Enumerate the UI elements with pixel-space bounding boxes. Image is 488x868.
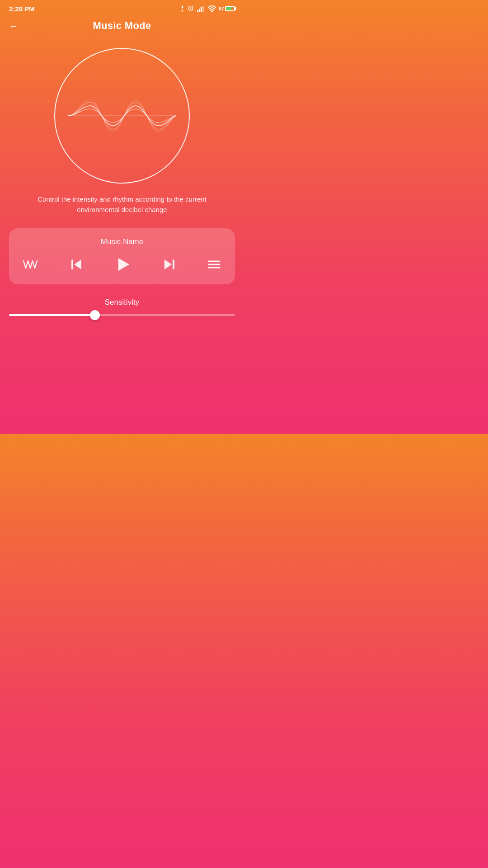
player-controls — [23, 255, 221, 274]
description-text: Control the intensity and rhythm accordi… — [0, 194, 244, 215]
playlist-button[interactable] — [207, 257, 221, 272]
waveform-container — [54, 48, 190, 184]
status-icons: 67 — [179, 5, 235, 13]
equalizer-button[interactable] — [23, 256, 39, 273]
waveform-circle — [54, 48, 190, 184]
svg-marker-9 — [118, 258, 129, 271]
svg-point-5 — [211, 11, 212, 12]
next-button[interactable] — [162, 257, 177, 272]
battery-percentage: 67 — [219, 6, 224, 11]
wifi-icon — [208, 5, 216, 12]
status-bar: 2:20 PM 67 — [0, 0, 244, 15]
waveform-visualization — [68, 93, 176, 138]
svg-marker-7 — [74, 259, 81, 269]
sensitivity-section: Sensitivity — [9, 298, 235, 316]
alarm-icon — [187, 5, 194, 12]
signal-icon — [197, 5, 205, 12]
battery-outline — [225, 6, 235, 11]
status-time: 2:20 PM — [9, 5, 35, 13]
sensitivity-slider-container[interactable] — [9, 314, 235, 316]
back-button[interactable]: ← — [9, 21, 18, 31]
svg-rect-11 — [173, 259, 174, 269]
play-button[interactable] — [114, 255, 132, 274]
battery-fill — [226, 7, 231, 10]
bluetooth-icon — [179, 5, 184, 13]
music-name: Music Name — [23, 237, 221, 246]
previous-button[interactable] — [69, 257, 84, 272]
sensitivity-label: Sensitivity — [9, 298, 235, 307]
svg-rect-4 — [202, 6, 204, 12]
svg-marker-10 — [164, 259, 172, 269]
svg-rect-1 — [197, 10, 198, 12]
battery-indicator: 67 — [219, 6, 235, 11]
player-card: Music Name — [9, 228, 235, 284]
svg-rect-3 — [201, 7, 202, 12]
svg-rect-2 — [199, 9, 200, 12]
page-title: Music Mode — [93, 20, 151, 32]
svg-rect-8 — [71, 259, 73, 269]
page-header: ← Music Mode — [0, 15, 244, 39]
